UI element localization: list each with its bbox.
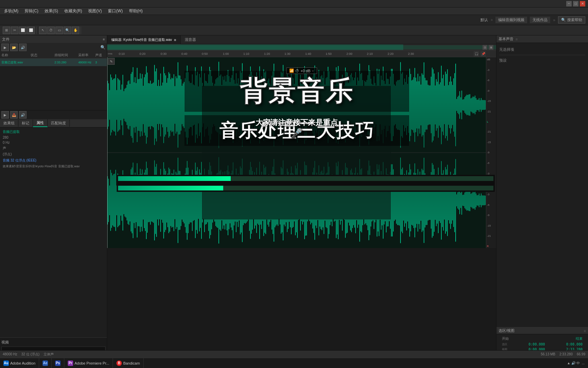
wireless-work-btn[interactable]: 无线作品 — [530, 17, 550, 23]
pause-btn[interactable]: ⏸ — [156, 155, 164, 163]
menu-help[interactable]: 帮助(H) — [126, 7, 146, 15]
file-name: 音频已提取.wav — [1, 60, 31, 65]
tab-match-loudness[interactable]: 匹配响度 — [48, 120, 70, 127]
zoom-in-vertical-btn[interactable]: ⊞ — [489, 45, 493, 50]
speaker-btn[interactable]: 🔊 — [217, 155, 226, 163]
toolbar-btn-3[interactable]: ⬜ — [19, 27, 27, 34]
menu-view[interactable]: 视图(V) — [85, 7, 104, 15]
next-btn[interactable]: ⏭ — [191, 155, 199, 163]
level-menu-icon[interactable]: ≡ — [119, 167, 121, 171]
search-help-btn[interactable]: 🔍 搜索帮助 — [558, 16, 585, 24]
prev-btn[interactable]: ⏮ — [164, 155, 173, 163]
status-file-size: 56.13 MB — [541, 352, 555, 356]
zoom-fit-btn[interactable]: ⊡ — [483, 45, 487, 50]
maximize-btn[interactable]: □ — [573, 1, 578, 6]
toolbar-time-btn[interactable]: ⏱ — [47, 27, 55, 34]
zoom-zoom2-btn[interactable]: ⊕ — [459, 155, 467, 163]
db-bottom-6: -6 — [457, 195, 460, 198]
mixer-tab[interactable]: 混音器 — [181, 37, 200, 42]
close-btn[interactable]: ✕ — [580, 1, 585, 6]
ps-icon: Ps — [55, 361, 61, 366]
editor-tab-main[interactable]: 编辑器: Kyoto Flow抖音 音频已提取.wav ≡ — [107, 35, 181, 44]
db-R-label: R — [487, 245, 489, 247]
play-btn[interactable]: ▶ — [147, 155, 155, 163]
level-display: L R — [107, 172, 496, 194]
edit-btn-area: ✎ — [108, 58, 115, 65]
rewind-btn[interactable]: ◀◀ — [173, 155, 181, 163]
tab-markers[interactable]: 标记 — [18, 120, 33, 127]
edit-mode-btn[interactable]: ✎ — [108, 58, 115, 65]
col-samplerate: 采样率 — [78, 53, 95, 58]
taskbar-ps[interactable]: Ps — [52, 358, 64, 368]
ruler-tick-020: 0:20 — [140, 52, 146, 56]
status-bit-depth: 32 位 (浮点) — [21, 352, 39, 357]
ruler-headphones-icon[interactable]: 🎧 — [474, 51, 479, 57]
db-minus21-bot: -21 — [487, 234, 491, 237]
basic-sound-menu-icon[interactable]: ≡ — [516, 37, 518, 41]
file-row[interactable]: 音频已提取.wav 2:33.280 48000 Hz 3 — [0, 59, 107, 66]
ruler-tick-140: 1:40 — [305, 52, 311, 56]
files-play-btn[interactable]: ▶ — [1, 44, 9, 51]
menu-effects[interactable]: 效果(S) — [42, 7, 61, 15]
toolbar-group-2: ↖ ⏱ ▭ 🔍 ✋ — [38, 27, 81, 34]
zoom-scroll-btn[interactable]: ⬜ — [477, 155, 485, 163]
db-bottom-42: -42 — [225, 195, 229, 198]
toolbar-cursor-btn[interactable]: ↖ — [39, 27, 47, 34]
db-scale-bottom: dB -57 -54 -51 -48 -45 -42 -39 -36 -33 -… — [107, 194, 496, 199]
small-import-btn[interactable]: 📥 — [10, 111, 18, 119]
files-import-btn[interactable]: 📂 — [10, 44, 18, 51]
volume-close-icon[interactable]: × — [312, 69, 314, 73]
ruler-pin-icon[interactable]: 📌 — [480, 51, 486, 57]
stop-btn[interactable]: ■ — [138, 155, 146, 163]
taskbar-bandicam[interactable]: B Bandicam — [113, 358, 144, 368]
files-search-icon[interactable]: 🔍 — [100, 45, 105, 50]
db-bottom-39: -39 — [244, 195, 248, 198]
waveform-container: ⊡ ⊞ rms 0:10 0:20 0:30 0:40 0:50 1:00 1:… — [107, 44, 496, 368]
taskbar-premiere-label: Adobe Premiere Pr... — [75, 361, 109, 365]
taskbar: Au Adobe Audition Ae Ps Pr Adobe Premier… — [0, 358, 588, 368]
toolbar-btn-1[interactable]: ⊞ — [3, 27, 10, 34]
edit-audio-to-video-btn[interactable]: 编辑音频到视频 — [495, 17, 527, 23]
small-play-btn[interactable]: ▶ — [1, 111, 9, 119]
files-audio-btn[interactable]: 🔊 — [19, 44, 27, 51]
toolbar-select-btn[interactable]: ▭ — [55, 27, 63, 34]
zoom-fit-h-btn[interactable]: ↔ — [442, 155, 449, 163]
preset-menu-icon[interactable]: ≡ — [491, 18, 493, 22]
toolbar-zoom-btn[interactable]: 🔍 — [64, 27, 71, 34]
menu-favorites[interactable]: 收藏夹(R) — [62, 7, 85, 15]
toolbar-hand-btn[interactable]: ✋ — [72, 27, 79, 34]
zoom-zoom3-btn[interactable]: ⊖ — [468, 155, 476, 163]
menu-multitrack[interactable]: 多轨(M) — [1, 7, 21, 15]
small-speaker-btn[interactable]: 🔊 — [19, 111, 27, 119]
toolbar-btn-4[interactable]: ⬜ — [27, 27, 35, 34]
prop-row-5: 音频 32 位浮点 (IEEE) — [1, 157, 105, 164]
tab-effects-group[interactable]: 效果组 — [0, 120, 18, 127]
window-controls[interactable]: − □ ✕ — [566, 1, 585, 6]
zoom-fit-v-btn[interactable]: ↕ — [451, 155, 458, 163]
db-minus9-mid: -9 — [487, 151, 489, 154]
forward-btn[interactable]: ▶▶ — [182, 155, 190, 163]
timeline-ruler: rms 0:10 0:20 0:30 0:40 0:50 1:00 1:10 1… — [107, 50, 496, 57]
menu-window[interactable]: 窗口(W) — [105, 7, 125, 15]
loop-btn[interactable]: ⟲ — [209, 155, 217, 163]
menu-clip[interactable]: 剪辑(C) — [22, 7, 41, 15]
files-menu-icon[interactable]: ≡ — [103, 37, 105, 41]
taskbar-ae[interactable]: Ae — [39, 358, 52, 368]
select-view-label: 选区/视图 — [499, 328, 514, 333]
zoom-out-btn[interactable]: 🔍- — [433, 155, 440, 163]
expand-icon[interactable]: » — [553, 18, 555, 22]
minimize-btn[interactable]: − — [566, 1, 572, 6]
record-btn[interactable]: ● — [200, 155, 208, 163]
taskbar-premiere[interactable]: Pr Adobe Premiere Pr... — [64, 358, 113, 368]
select-menu-icon[interactable]: ≡ — [584, 329, 586, 333]
level-lr-labels: L R — [109, 175, 115, 192]
editor-tab-menu-icon[interactable]: ≡ — [174, 38, 176, 42]
preset-label[interactable]: 默认 — [480, 17, 488, 22]
toolbar-btn-2[interactable]: ✂ — [11, 27, 18, 34]
tab-properties[interactable]: 属性 — [33, 119, 48, 127]
file-duration: 2:33.280 — [54, 61, 78, 64]
basic-sound-content: 无选择项 预设 — [496, 43, 588, 327]
zoom-in-btn[interactable]: 🔍+ — [424, 155, 431, 163]
db-bottom-57: -57 — [128, 195, 132, 198]
taskbar-audition[interactable]: Au Adobe Audition — [0, 358, 39, 368]
